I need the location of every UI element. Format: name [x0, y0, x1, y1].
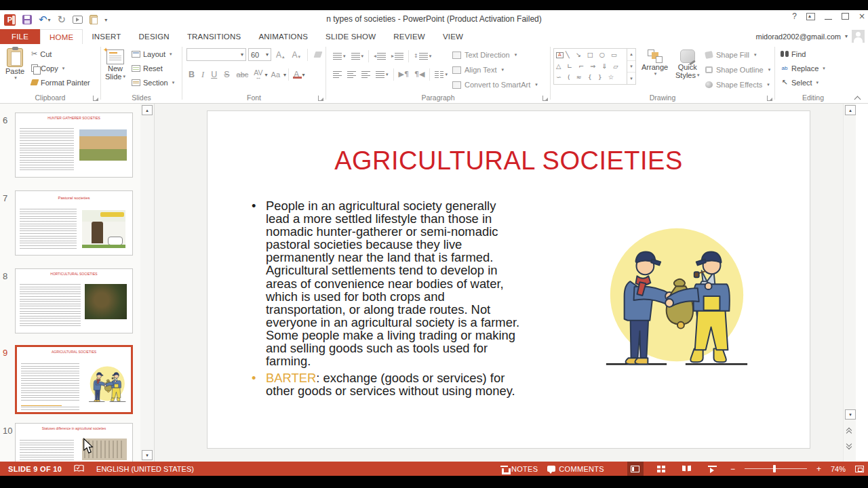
zoom-out-button[interactable]: −	[730, 465, 735, 473]
columns-button[interactable]: ▾	[432, 67, 450, 81]
slide-7-thumbnail[interactable]: Pastoral societies	[15, 190, 133, 256]
ribbon-display-options-button[interactable]	[806, 13, 815, 20]
shapes-scroll-up-icon[interactable]: ▴	[627, 49, 635, 61]
avatar[interactable]	[852, 30, 865, 43]
zoom-slider[interactable]	[745, 468, 807, 469]
slide-10-thumbnail[interactable]: Statuses difference in agricultural soci…	[15, 423, 133, 462]
bold-button[interactable]: B	[185, 70, 198, 79]
slide-editing-surface[interactable]: AGRICULTURAL SOCIETIES • People in an ag…	[207, 110, 810, 449]
section-button[interactable]: Section ▾	[132, 75, 174, 89]
spell-check-icon[interactable]	[74, 464, 84, 473]
ltr-direction-button[interactable]: ▶¶	[396, 70, 412, 79]
format-painter-button[interactable]: Format Painter	[31, 75, 90, 89]
convert-smartart-button[interactable]: Convert to SmartArt▾	[452, 78, 538, 92]
shape-outline-button[interactable]: Shape Outline▾	[705, 63, 770, 77]
align-center-button[interactable]	[344, 67, 359, 81]
character-spacing-button[interactable]: AV	[252, 68, 264, 81]
notes-button[interactable]: NOTES	[500, 465, 538, 473]
tab-design[interactable]: DESIGN	[130, 29, 178, 44]
normal-view-button[interactable]	[627, 462, 644, 476]
fit-slide-to-window-button[interactable]	[855, 466, 864, 472]
thumbnail-scroll-down-button[interactable]: ▾	[142, 450, 153, 460]
canvas-vertical-scrollbar[interactable]: ▴ ▾	[843, 104, 856, 462]
close-button[interactable]: ×	[859, 12, 865, 20]
line-spacing-button[interactable]: ↕▾	[411, 49, 434, 63]
shapes-row-2[interactable]: △ ∟ ⌐ ⇒ ⇓ ▱	[556, 63, 625, 70]
slide-9-thumbnail-selected[interactable]: AGRICULTURAL SOCIETIES	[15, 345, 133, 414]
numbering-button[interactable]: ▾	[349, 49, 367, 63]
thumbnail-scroll-up-button[interactable]: ▴	[142, 105, 153, 115]
shapes-more-icon[interactable]: ▾	[627, 73, 635, 84]
copy-button[interactable]: Copy ▾	[31, 61, 90, 75]
justify-button[interactable]: ▾	[373, 67, 391, 81]
help-button[interactable]: ?	[792, 12, 797, 20]
arrange-button[interactable]: Arrange ▾	[642, 47, 668, 77]
slide-title[interactable]: AGRICULTURAL SOCIETIES	[208, 146, 810, 176]
shapes-gallery-scrollbar[interactable]: ▴ ▾ ▾	[627, 49, 635, 84]
case-caret-icon[interactable]: ▾	[283, 72, 286, 78]
drawing-dialog-launcher[interactable]	[767, 96, 772, 101]
underline-button[interactable]: U	[208, 70, 220, 79]
align-right-button[interactable]	[359, 67, 373, 81]
minimize-button[interactable]	[825, 19, 832, 20]
slide-sorter-view-button[interactable]	[653, 462, 669, 476]
next-slide-button[interactable]	[846, 442, 853, 448]
strikethrough-button[interactable]: S	[220, 70, 233, 79]
slide-body-text[interactable]: • People in an agricultural society gene…	[250, 199, 574, 397]
shape-effects-button[interactable]: Shape Effects▾	[705, 78, 770, 92]
zoom-slider-thumb[interactable]	[773, 465, 776, 472]
text-box-shape-icon[interactable]: A	[556, 52, 564, 58]
new-slide-button[interactable]: ✦ New Slide▾	[105, 47, 125, 81]
quick-styles-button[interactable]: Quick Styles▾	[675, 47, 699, 79]
slideshow-view-button[interactable]	[705, 462, 721, 476]
tab-review[interactable]: REVIEW	[384, 29, 434, 44]
reset-button[interactable]: Reset	[132, 61, 174, 75]
shape-fill-button[interactable]: Shape Fill▾	[705, 48, 770, 62]
change-case-button[interactable]: Aa	[268, 70, 283, 79]
tab-file[interactable]: FILE	[0, 29, 40, 44]
slide-8-thumbnail[interactable]: HORTICULTURAL SOCIETIES	[15, 268, 133, 333]
italic-button[interactable]: I	[198, 70, 208, 80]
tab-animations[interactable]: ANIMATIONS	[250, 29, 317, 44]
align-left-button[interactable]	[330, 67, 344, 81]
grow-font-button[interactable]: A▴	[273, 50, 288, 60]
shapes-scroll-down-icon[interactable]: ▾	[627, 61, 635, 73]
language-indicator[interactable]: ENGLISH (UNITED STATES)	[96, 465, 194, 473]
font-dialog-launcher[interactable]	[318, 96, 323, 101]
canvas-scroll-down-button[interactable]: ▾	[845, 409, 856, 420]
shapes-row-1[interactable]: ╲ ↘ □ ○ ▭	[566, 52, 619, 58]
paragraph-dialog-launcher[interactable]	[542, 96, 548, 101]
tab-view[interactable]: VIEW	[434, 29, 472, 44]
shadow-button[interactable]: abc	[233, 70, 252, 79]
increase-indent-button[interactable]: ▸	[389, 49, 406, 63]
layout-button[interactable]: Layout ▾	[132, 47, 174, 61]
decrease-indent-button[interactable]: ◂	[371, 49, 389, 63]
previous-slide-button[interactable]	[846, 428, 853, 434]
select-button[interactable]: ↖ Select ▾	[781, 75, 825, 89]
tab-insert[interactable]: INSERT	[83, 29, 130, 44]
zoom-in-button[interactable]: +	[816, 465, 821, 473]
tab-transitions[interactable]: TRANSITIONS	[178, 29, 250, 44]
shrink-font-button[interactable]: A▾	[290, 50, 304, 60]
find-button[interactable]: Find	[781, 47, 825, 61]
bullets-button[interactable]: ▾	[330, 49, 349, 63]
shapes-row-3[interactable]: ∽ ( ≈ { } ☆	[556, 74, 625, 81]
zoom-level[interactable]: 74%	[831, 465, 846, 473]
clipboard-dialog-launcher[interactable]	[93, 96, 98, 101]
cut-button[interactable]: ✂ Cut	[31, 47, 90, 61]
canvas-scroll-up-button[interactable]: ▴	[845, 105, 856, 115]
collapse-ribbon-button[interactable]	[854, 96, 861, 100]
paste-button[interactable]: Paste ▾	[5, 47, 24, 81]
align-text-button[interactable]: Align Text▾	[452, 63, 538, 77]
restore-button[interactable]	[842, 13, 849, 20]
clear-formatting-button[interactable]	[312, 52, 324, 58]
comments-button[interactable]: COMMENTS	[547, 465, 604, 473]
shapes-gallery[interactable]: A╲ ↘ □ ○ ▭ △ ∟ ⌐ ⇒ ⇓ ▱ ∽ ( ≈ { } ☆ ▴ ▾ ▾	[553, 48, 636, 85]
slide-6-thumbnail[interactable]: HUNTER GATHERER SOCIETIES	[15, 113, 133, 178]
font-size-combo[interactable]: 60 ▾	[248, 48, 271, 61]
text-direction-button[interactable]: Text Direction▾	[452, 48, 538, 62]
barter-illustration[interactable]	[595, 217, 757, 378]
reading-view-button[interactable]	[679, 462, 695, 476]
slide-indicator[interactable]: SLIDE 9 OF 10	[8, 465, 62, 473]
replace-button[interactable]: ab Replace ▾	[781, 61, 825, 75]
